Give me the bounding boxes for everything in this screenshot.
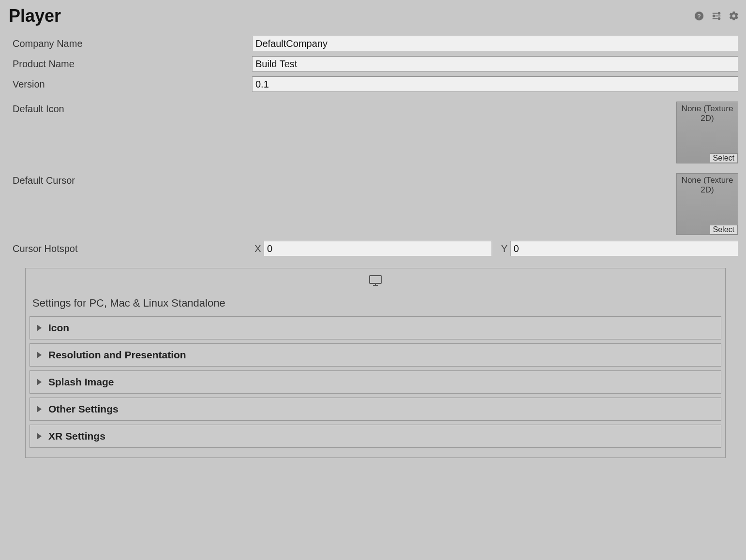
foldout-xr-label: XR Settings bbox=[48, 430, 105, 442]
product-name-row: Product Name bbox=[13, 56, 738, 72]
version-row: Version bbox=[13, 76, 738, 92]
presets-icon[interactable] bbox=[711, 11, 722, 21]
platform-panel: Settings for PC, Mac & Linux Standalone … bbox=[25, 268, 726, 458]
foldout-splash-image[interactable]: Splash Image bbox=[30, 370, 721, 394]
default-icon-label: Default Icon bbox=[13, 102, 676, 115]
help-icon[interactable]: ? bbox=[694, 11, 704, 21]
standalone-platform-icon[interactable] bbox=[368, 274, 383, 289]
default-cursor-none-text: None (Texture 2D) bbox=[677, 176, 738, 195]
product-name-label: Product Name bbox=[13, 59, 252, 70]
foldout-xr-settings[interactable]: XR Settings bbox=[30, 425, 721, 448]
foldout-other-label: Other Settings bbox=[48, 403, 119, 415]
cursor-hotspot-label: Cursor Hotspot bbox=[13, 243, 252, 254]
svg-text:?: ? bbox=[697, 13, 701, 20]
player-form: Company Name Product Name Version Defaul… bbox=[0, 36, 746, 458]
svg-rect-8 bbox=[370, 276, 381, 283]
hotspot-x-label: X bbox=[252, 243, 264, 254]
chevron-right-icon bbox=[37, 324, 42, 331]
company-name-input[interactable] bbox=[252, 36, 738, 51]
company-name-label: Company Name bbox=[13, 38, 252, 49]
product-name-input[interactable] bbox=[252, 56, 738, 72]
default-icon-select-button[interactable]: Select bbox=[710, 153, 738, 163]
default-icon-picker[interactable]: None (Texture 2D) Select bbox=[676, 102, 738, 163]
default-icon-none-text: None (Texture 2D) bbox=[677, 104, 738, 123]
foldout-resolution-and-presentation[interactable]: Resolution and Presentation bbox=[30, 343, 721, 367]
header-icons: ? bbox=[694, 11, 739, 21]
svg-point-5 bbox=[718, 13, 720, 15]
default-cursor-select-button[interactable]: Select bbox=[710, 225, 738, 235]
foldout-other-settings[interactable]: Other Settings bbox=[30, 398, 721, 421]
default-icon-row: Default Icon None (Texture 2D) Select bbox=[13, 102, 738, 163]
default-cursor-picker[interactable]: None (Texture 2D) Select bbox=[676, 173, 738, 235]
cursor-hotspot-row: Cursor Hotspot X Y bbox=[13, 241, 738, 256]
svg-point-7 bbox=[718, 18, 720, 20]
version-label: Version bbox=[13, 79, 252, 90]
version-input[interactable] bbox=[252, 76, 738, 92]
platform-tabbar bbox=[26, 268, 725, 297]
default-cursor-label: Default Cursor bbox=[13, 173, 676, 186]
hotspot-x-input[interactable] bbox=[264, 241, 492, 256]
hotspot-y-input[interactable] bbox=[510, 241, 739, 256]
chevron-right-icon bbox=[37, 406, 42, 413]
foldout-icon[interactable]: Icon bbox=[30, 316, 721, 339]
svg-point-6 bbox=[713, 15, 715, 17]
chevron-right-icon bbox=[37, 352, 42, 358]
platform-settings-title: Settings for PC, Mac & Linux Standalone bbox=[26, 297, 725, 316]
page-title: Player bbox=[9, 6, 61, 26]
foldout-resolution-label: Resolution and Presentation bbox=[48, 349, 186, 361]
company-name-row: Company Name bbox=[13, 36, 738, 51]
default-cursor-row: Default Cursor None (Texture 2D) Select bbox=[13, 173, 738, 235]
foldout-icon-label: Icon bbox=[48, 322, 69, 334]
chevron-right-icon bbox=[37, 433, 42, 440]
chevron-right-icon bbox=[37, 379, 42, 385]
hotspot-y-label: Y bbox=[499, 243, 510, 254]
header-bar: Player ? bbox=[0, 0, 746, 36]
foldout-splash-label: Splash Image bbox=[48, 376, 114, 388]
gear-icon[interactable] bbox=[729, 11, 739, 21]
